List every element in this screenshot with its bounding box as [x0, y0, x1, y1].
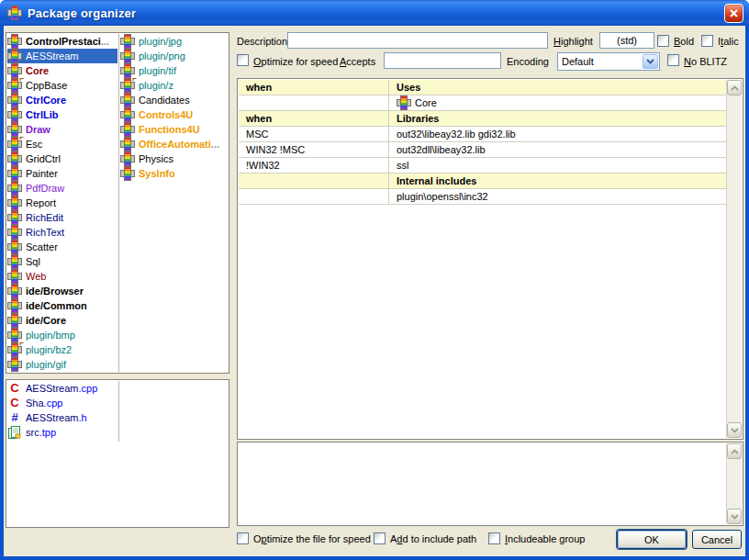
truncation-ellipsis: ...	[101, 36, 109, 47]
package-item[interactable]: OfficeAutomati...	[120, 137, 229, 151]
scroll-down-button[interactable]	[727, 509, 742, 524]
package-list-panel[interactable]: ControlPrestaci...AESStreamCoreFCppBaseC…	[6, 32, 229, 374]
table-row[interactable]: WIN32 !MSCout32dll\libeay32.lib	[239, 142, 726, 158]
scroll-down-button[interactable]	[727, 422, 742, 438]
package-icon	[7, 284, 22, 298]
package-item[interactable]: Scatter	[7, 240, 117, 254]
package-item-label: ide/Core	[22, 315, 66, 326]
value-text: out32dll\libeay32.lib	[397, 144, 486, 155]
flag-badge: F	[132, 78, 137, 83]
package-item[interactable]: SysInfo	[120, 166, 229, 181]
table-row[interactable]: Core	[239, 95, 726, 111]
package-item-label: Candidates	[135, 95, 190, 106]
encoding-dropdown[interactable]: Default	[557, 52, 660, 71]
description-input[interactable]	[287, 32, 548, 49]
uses-table-scrollbar[interactable]	[726, 80, 742, 438]
package-item[interactable]: Sql	[7, 254, 117, 269]
add-include-path-label: Add to include path	[390, 533, 476, 544]
notes-panel[interactable]	[237, 442, 743, 526]
package-icon	[7, 254, 22, 269]
package-icon-svg	[7, 254, 22, 269]
package-item[interactable]: Web	[7, 269, 117, 284]
optimize-speed-checkbox[interactable]	[237, 54, 249, 66]
package-item[interactable]: Painter	[7, 166, 117, 181]
package-item[interactable]: ControlPrestaci...	[7, 34, 117, 49]
file-item[interactable]: #AESStream.h	[7, 410, 117, 425]
value-cell: ssl	[388, 158, 726, 173]
package-item[interactable]: RichText	[7, 225, 117, 240]
description-label: Description	[237, 36, 287, 47]
package-item[interactable]: Report	[7, 196, 117, 210]
table-header-row[interactable]: whenUses	[239, 80, 726, 95]
scroll-up-button[interactable]	[727, 443, 742, 459]
package-icon-svg	[7, 298, 22, 313]
package-item[interactable]: plugin/gif	[7, 357, 117, 372]
package-item[interactable]: Candidates	[120, 93, 229, 107]
file-list-panel[interactable]: CAESStream.cppCSha.cpp#AESStream.hsrc.tp…	[6, 379, 229, 528]
package-icon	[120, 122, 135, 137]
when-cell: !WIN32	[239, 158, 388, 173]
file-item[interactable]: CAESStream.cpp	[7, 381, 117, 396]
notes-scrollbar[interactable]	[726, 443, 742, 524]
package-icon	[7, 225, 22, 240]
package-item[interactable]: GridCtrl	[7, 151, 117, 166]
accepts-input[interactable]	[384, 52, 501, 69]
package-item[interactable]: FEsc	[7, 137, 117, 151]
scroll-up-button[interactable]	[727, 80, 742, 95]
table-header-row[interactable]: Internal includes	[239, 174, 726, 189]
package-item[interactable]: plugin/png	[120, 49, 229, 63]
table-header-row[interactable]: whenLibraries	[239, 111, 726, 127]
package-item[interactable]: Core	[7, 63, 117, 78]
package-icon: F	[7, 137, 22, 151]
highlight-value-box[interactable]: (std)	[599, 32, 654, 49]
includeable-group-checkbox[interactable]	[488, 532, 500, 544]
package-item[interactable]: FCppBase	[7, 78, 117, 93]
table-row[interactable]: !WIN32ssl	[239, 158, 726, 174]
table-row[interactable]: MSCout32\libeay32.lib gdi32.lib	[239, 127, 726, 142]
encoding-dropdown-button[interactable]	[643, 54, 658, 69]
package-item[interactable]: ide/Core	[7, 313, 117, 328]
file-item[interactable]: src.tpp	[7, 425, 117, 440]
package-item[interactable]: Functions4U	[120, 122, 229, 137]
no-blitz-checkbox[interactable]	[667, 54, 679, 66]
package-item[interactable]: Fplugin/bz2	[7, 342, 117, 357]
package-item[interactable]: Fplugin/z	[120, 78, 229, 93]
cancel-button[interactable]: Cancel	[692, 530, 742, 549]
package-icon	[7, 269, 22, 284]
package-item[interactable]: plugin/tif	[120, 63, 229, 78]
package-item[interactable]: AESStream	[7, 49, 117, 63]
package-icon	[7, 63, 22, 78]
package-icon	[7, 298, 22, 313]
package-item[interactable]: Controls4U	[120, 107, 229, 122]
package-icon-svg	[7, 181, 22, 196]
package-icon	[120, 63, 135, 78]
file-item[interactable]: CSha.cpp	[7, 396, 117, 410]
package-item-label: plugin/bz2	[22, 344, 72, 355]
package-item[interactable]: plugin/jpg	[120, 34, 229, 49]
package-icon-svg	[7, 151, 22, 166]
optimize-file-checkbox[interactable]	[237, 532, 249, 544]
package-item[interactable]: plugin/bmp	[7, 328, 117, 342]
package-icon	[397, 95, 411, 110]
add-include-path-checkbox[interactable]	[374, 532, 386, 544]
package-item[interactable]: Physics	[120, 151, 229, 166]
package-icon-svg	[120, 49, 135, 63]
package-item[interactable]: Draw	[7, 122, 117, 137]
bold-checkbox[interactable]	[657, 35, 669, 47]
table-row[interactable]: plugin\openssl\inc32	[239, 189, 726, 205]
file-name: AESStream.cpp	[22, 383, 97, 394]
italic-checkbox[interactable]	[701, 35, 713, 47]
package-item[interactable]: PdfDraw	[7, 181, 117, 196]
ok-button[interactable]: OK	[617, 530, 687, 549]
package-icon	[7, 313, 22, 328]
package-item[interactable]: CtrlLib	[7, 107, 117, 122]
package-item[interactable]: ide/Common	[7, 298, 117, 313]
package-item[interactable]: RichEdit	[7, 210, 117, 225]
package-item[interactable]: CtrlCore	[7, 93, 117, 107]
package-item[interactable]: ide/Browser	[7, 284, 117, 298]
titlebar[interactable]: Package organizer	[0, 0, 749, 26]
uses-table-panel[interactable]: whenUsesCorewhenLibrariesMSCout32\libeay…	[237, 78, 743, 440]
close-icon	[729, 8, 739, 18]
package-icon: F	[7, 78, 22, 93]
close-button[interactable]	[724, 4, 743, 23]
